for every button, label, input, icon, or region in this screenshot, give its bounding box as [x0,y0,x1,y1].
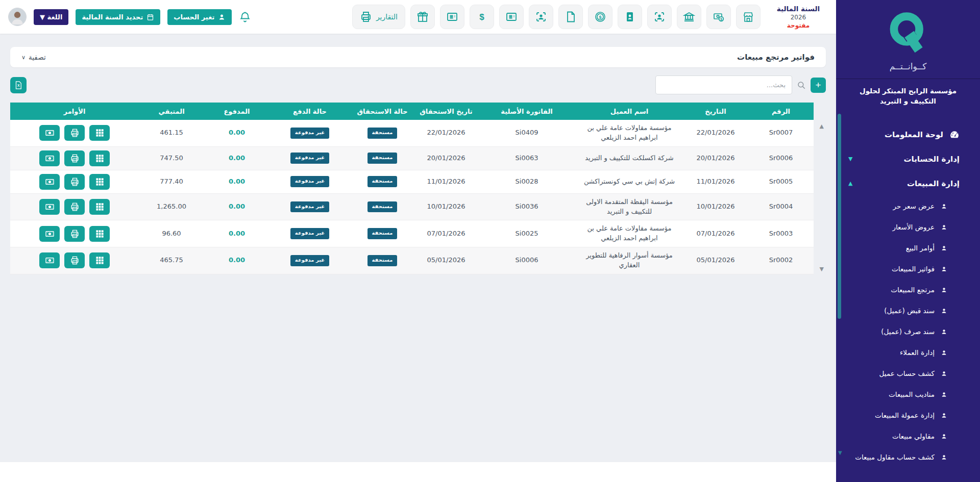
cell-actions [10,170,139,193]
sidebar-item-client-statement[interactable]: كشف حساب عميل [836,363,980,384]
supplier-scan-button[interactable] [647,5,672,29]
details-grid-action-button[interactable] [89,150,110,166]
sidebar-scroll-down-icon[interactable]: ▼ [838,450,842,455]
bank-button[interactable] [677,5,701,29]
cell-payment-status: غير مدفوعة [270,146,350,170]
avatar-photo [9,8,26,26]
cell-due-status: مستحقة [350,220,414,247]
gift-button[interactable] [410,5,435,29]
chevron-up-icon: ▲ [848,180,852,187]
excel-file-icon [14,81,23,90]
details-grid-action-button[interactable] [89,174,110,190]
notifications-bell-icon[interactable] [239,11,251,23]
cell-client: مؤسسة اليقظة المتقدمة الاولى للتكييف و ا… [576,193,683,220]
dollar-button[interactable] [470,5,494,29]
cash-action-button[interactable] [39,150,60,166]
print-action-button[interactable] [64,252,85,268]
due-status-badge: مستحقة [368,228,398,239]
sidebar-item-sales-returns[interactable]: مرتجع المبيعات [836,280,980,300]
client-scan-button[interactable] [529,5,553,29]
table-row: Sr0005 11/01/2026 شركة إتش بي سي كونسترا… [10,170,814,193]
sidebar-item-sales-invoices[interactable]: فواتير المبيعات [836,259,980,280]
payment-status-badge: غير مدفوعة [290,255,329,266]
printer-icon [70,154,80,163]
invoice-list-button[interactable] [440,5,464,29]
sidebar-item-sales-contractor-statement[interactable]: كشف حساب مقاول مبيعات [836,447,980,468]
language-button[interactable]: اللغة ▼ [34,9,68,25]
cell-due-date: 05/01/2026 [414,247,478,274]
search-input[interactable] [655,75,792,94]
cell-paid: 0.00 [204,193,270,220]
sidebar-item-clients-management[interactable]: إدارة العملاء [836,342,980,363]
print-action-button[interactable] [64,125,85,141]
cell-due-status: مستحقة [350,146,414,170]
add-button[interactable]: + [811,78,826,93]
print-action-button[interactable] [64,174,85,190]
details-grid-action-button[interactable] [89,252,110,268]
cell-paid: 0.00 [204,170,270,193]
printer-icon [70,202,80,212]
search-area: + [655,75,826,94]
money-coin-icon [713,11,725,23]
id-card-button[interactable] [618,5,642,29]
statement-list-button[interactable] [499,5,524,29]
due-status-badge: مستحقة [368,201,398,213]
details-grid-action-button[interactable] [89,226,110,242]
cell-number: Sr0004 [748,193,814,220]
details-grid-action-button[interactable] [89,125,110,141]
cash-action-button[interactable] [39,174,60,190]
sidebar-item-sales-orders[interactable]: أوامر البيع [836,238,980,259]
cash-transfer-button[interactable] [706,5,731,29]
store-button[interactable] [736,5,761,29]
cell-number: Sr0007 [748,120,814,146]
search-icon[interactable] [797,81,806,90]
sidebar-item-accounts-management[interactable]: إدارة الحسابات ▼ [836,147,980,171]
cell-due-status: مستحقة [350,170,414,193]
cash-action-button[interactable] [39,125,60,141]
sidebar-item-sales-reps[interactable]: مناديب المبيعات [836,384,980,405]
cash-action-button[interactable] [39,252,60,268]
cash-action-button[interactable] [39,199,60,215]
cell-client: شركة اكسلكت للتكييف و التبريد [576,146,683,170]
list-icon [505,11,518,23]
cell-due-date: 07/01/2026 [414,220,478,247]
sidebar-item-receipt-voucher-client[interactable]: سند قبض (عميل) [836,300,980,321]
sidebar-item-dashboard[interactable]: لوحة المعلومات [836,122,980,147]
sidebar-item-sales-contractors[interactable]: مقاولي مبيعات [836,426,980,447]
sidebar-scrollbar[interactable] [838,114,841,319]
cell-due-date: 11/01/2026 [414,170,478,193]
select-fiscal-year-button[interactable]: تحديد السنة المالية [76,9,160,25]
cash-action-button[interactable] [39,226,60,242]
scroll-down-icon[interactable]: ▼ [820,266,824,272]
print-action-button[interactable] [64,199,85,215]
user-icon [941,287,947,293]
print-action-button[interactable] [64,150,85,166]
reports-button[interactable]: التقارير [352,5,405,29]
cell-remaining: 96.60 [139,220,204,247]
cell-actions [10,220,139,247]
col-due-date: تاريخ الاستحقاق [414,103,478,120]
export-excel-button[interactable] [10,77,27,93]
print-action-button[interactable] [64,226,85,242]
cell-payment-status: غير مدفوعة [270,220,350,247]
sidebar-item-free-quote[interactable]: عرض سعر حر [836,196,980,217]
cell-client: مؤسسة مقاولات عامة علي بن ابراهيم احمد ا… [576,120,683,146]
sidebar-item-sales-management[interactable]: إدارة المبيعات ▲ [836,171,980,196]
document-button[interactable] [558,5,583,29]
cell-date: 20/01/2026 [683,146,748,170]
sidebar-item-sales-commission[interactable]: إدارة عمولة المبيعات [836,405,980,426]
invoice-list-icon [446,11,458,23]
coin-button[interactable] [588,5,612,29]
details-grid-action-button[interactable] [89,199,110,215]
scroll-up-icon[interactable]: ▲ [820,123,824,130]
payment-status-badge: غير مدفوعة [290,153,329,164]
coin-icon [594,11,606,23]
filter-toggle[interactable]: تصفية ∨ [21,53,46,61]
change-account-button[interactable]: تغير الحساب [167,9,232,25]
user-avatar[interactable] [8,8,27,26]
cell-original-invoice: Si0036 [478,193,576,220]
fiscal-year-label: السنة المالية [768,4,829,13]
sidebar-item-payment-voucher-client[interactable]: سند صرف (عميل) [836,321,980,342]
gauge-icon [949,130,960,140]
sidebar-item-price-offers[interactable]: عروض الأسعار [836,217,980,238]
